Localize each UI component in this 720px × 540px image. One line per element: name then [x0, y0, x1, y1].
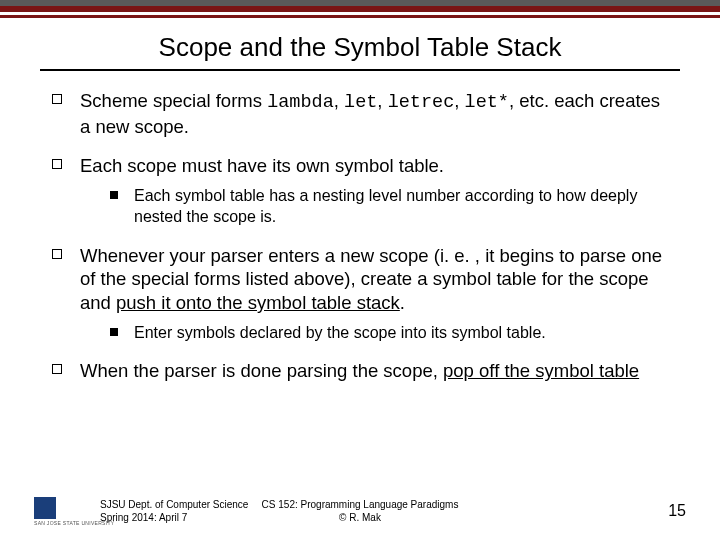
bullet-4: When the parser is done parsing the scop… [52, 359, 668, 383]
bullet-1-text: Scheme special forms [80, 90, 267, 111]
bullet-4-underline: pop off the symbol table [443, 360, 639, 381]
bullet-2-text: Each scope must have its own symbol tabl… [80, 155, 444, 176]
code-let: let [344, 92, 377, 113]
footer-author: © R. Mak [0, 512, 720, 525]
top-red-bar-2 [0, 15, 720, 18]
bullet-3-underline: push it onto the symbol table stack [116, 292, 400, 313]
code-letrec: letrec [388, 92, 455, 113]
bullet-4-text: When the parser is done parsing the scop… [80, 360, 443, 381]
title-underline [40, 69, 680, 71]
slide-body: Scheme special forms lambda, let, letrec… [52, 89, 668, 383]
slide-number: 15 [668, 502, 686, 520]
code-letstar: let* [465, 92, 509, 113]
bullet-2-sub-1: Each symbol table has a nesting level nu… [110, 186, 668, 228]
bullet-1: Scheme special forms lambda, let, letrec… [52, 89, 668, 138]
code-lambda: lambda [267, 92, 334, 113]
bullet-3: Whenever your parser enters a new scope … [52, 244, 668, 344]
footer-center: CS 152: Programming Language Paradigms ©… [0, 499, 720, 524]
bullet-3-sub-1: Enter symbols declared by the scope into… [110, 323, 668, 344]
slide-footer: SAN JOSE STATE UNIVERSITY SJSU Dept. of … [0, 486, 720, 526]
slide-title: Scope and the Symbol Table Stack [40, 32, 680, 63]
footer-course: CS 152: Programming Language Paradigms [0, 499, 720, 512]
bullet-2: Each scope must have its own symbol tabl… [52, 154, 668, 227]
